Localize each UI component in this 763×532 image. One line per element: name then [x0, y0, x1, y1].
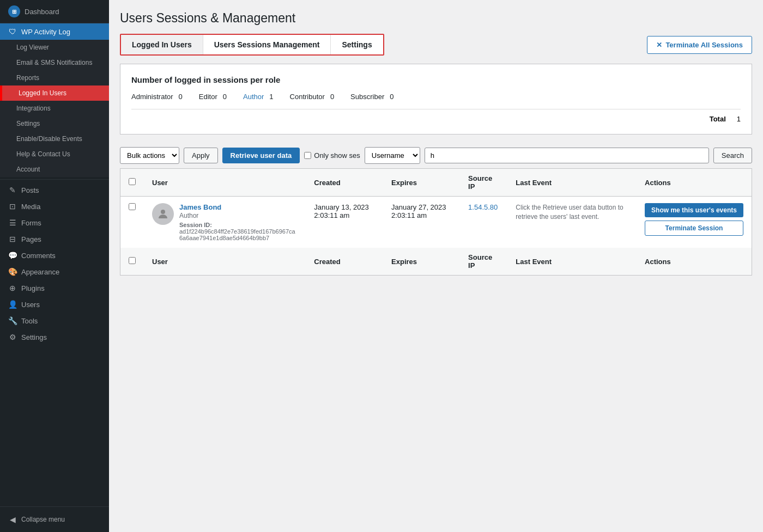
tools-label: Tools: [21, 317, 38, 325]
only-show-checkbox[interactable]: [304, 152, 311, 159]
sidebar-item-users[interactable]: 👤 Users: [0, 296, 109, 313]
role-administrator-name: Administrator: [131, 93, 173, 101]
apply-button[interactable]: Apply: [184, 148, 218, 163]
sidebar-item-reports[interactable]: Reports: [0, 70, 109, 85]
user-name-link[interactable]: James Bond: [179, 203, 221, 211]
sidebar-item-logged-in-users[interactable]: Logged In Users: [0, 85, 109, 101]
role-author-count: 1: [269, 93, 273, 101]
actions-cell: Show me this user's events Terminate Ses…: [637, 197, 752, 248]
log-viewer-label: Log Viewer: [16, 44, 49, 51]
tfoot-actions: Actions: [637, 248, 752, 276]
pages-icon: ⊟: [8, 235, 17, 243]
comments-icon: 💬: [8, 251, 17, 260]
terminate-all-sessions-button[interactable]: ✕ Terminate All Sessions: [647, 36, 752, 54]
table-row: James Bond Author Session ID: ad1f224b96…: [120, 197, 752, 248]
last-event-cell: Click the Retrieve user data button to r…: [507, 197, 637, 248]
tfoot-expires: Expires: [383, 248, 460, 276]
role-contributor-count: 0: [330, 93, 334, 101]
search-button[interactable]: Search: [713, 148, 752, 163]
sidebar-item-pages[interactable]: ⊟ Pages: [0, 231, 109, 247]
plugins-label: Plugins: [21, 284, 45, 292]
dashboard-icon: ⊞: [8, 5, 20, 17]
sidebar-item-forms[interactable]: ☰ Forms: [0, 215, 109, 231]
tfoot-source-ip: Source IP: [460, 248, 507, 276]
sidebar-bottom: ◀ Collapse menu: [0, 506, 109, 532]
bulk-actions-select[interactable]: Bulk actions: [120, 147, 179, 164]
tfoot-created: Created: [306, 248, 383, 276]
sidebar-item-integrations[interactable]: Integrations: [0, 101, 109, 116]
th-source-ip: Source IP: [460, 169, 507, 197]
page-title: Users Sessions & Management: [120, 11, 752, 26]
sidebar-item-wp-activity-log[interactable]: 🛡 WP Activity Log: [0, 23, 109, 40]
tab-settings[interactable]: Settings: [331, 35, 383, 54]
roles-grid: Administrator 0 Editor 0 Author 1 Contri…: [131, 93, 741, 101]
sidebar-item-tools[interactable]: 🔧 Tools: [0, 313, 109, 329]
forms-label: Forms: [21, 219, 41, 227]
wp-activity-log-label: WP Activity Log: [21, 28, 70, 36]
retrieve-user-data-button[interactable]: Retrieve user data: [222, 148, 300, 163]
plugins-icon: ⊕: [8, 284, 17, 292]
user-role: Author: [179, 212, 198, 219]
tfoot-checkbox: [120, 248, 144, 276]
media-label: Media: [21, 203, 40, 211]
sidebar-item-comments[interactable]: 💬 Comments: [0, 247, 109, 264]
search-by-select[interactable]: Username Email IP Address: [365, 147, 420, 164]
th-last-event: Last Event: [507, 169, 637, 197]
sidebar-item-email-sms[interactable]: Email & SMS Notifications: [0, 55, 109, 70]
sidebar-item-enable-disable[interactable]: Enable/Disable Events: [0, 131, 109, 146]
wp-activity-submenu: Log Viewer Email & SMS Notifications Rep…: [0, 40, 109, 177]
sidebar-item-settings[interactable]: ⚙ Settings: [0, 329, 109, 345]
sidebar: ⊞ Dashboard 🛡 WP Activity Log Log Viewer…: [0, 0, 109, 532]
th-expires: Expires: [383, 169, 460, 197]
settings-icon: ⚙: [8, 333, 17, 341]
role-contributor: Contributor 0: [290, 93, 335, 101]
enable-disable-label: Enable/Disable Events: [16, 135, 82, 143]
sidebar-item-posts[interactable]: ✎ Posts: [0, 182, 109, 198]
footer-select-all[interactable]: [129, 257, 136, 264]
tab-users-sessions-mgmt[interactable]: Users Sessions Management: [203, 35, 331, 54]
collapse-menu-button[interactable]: ◀ Collapse menu: [0, 511, 109, 528]
role-editor-name: Editor: [199, 93, 217, 101]
pages-label: Pages: [21, 235, 41, 243]
select-all-checkbox[interactable]: [129, 178, 136, 185]
collapse-label: Collapse menu: [21, 516, 65, 523]
terminate-session-button[interactable]: Terminate Session: [645, 221, 743, 236]
row-checkbox[interactable]: [129, 203, 136, 210]
email-sms-label: Email & SMS Notifications: [16, 59, 92, 66]
source-ip-cell: 1.54.5.80: [460, 197, 507, 248]
role-administrator-count: 0: [179, 93, 183, 101]
source-ip-link[interactable]: 1.54.5.80: [468, 203, 498, 211]
sidebar-item-media[interactable]: ⊡ Media: [0, 198, 109, 215]
sessions-total: Total1: [131, 109, 741, 123]
sidebar-item-plugins[interactable]: ⊕ Plugins: [0, 280, 109, 296]
sidebar-item-account[interactable]: Account: [0, 162, 109, 177]
toolbar: Bulk actions Apply Retrieve user data On…: [120, 143, 752, 168]
users-icon: 👤: [8, 300, 17, 309]
account-label: Account: [16, 166, 40, 173]
role-subscriber-count: 0: [390, 93, 393, 101]
role-contributor-name: Contributor: [290, 93, 325, 101]
show-events-button[interactable]: Show me this user's events: [645, 203, 743, 217]
role-author-link[interactable]: Author: [243, 93, 264, 101]
user-details: James Bond Author Session ID: ad1f224b96…: [179, 203, 298, 241]
expires-cell: January 27, 2023 2:03:11 am: [383, 197, 460, 248]
tab-logged-in-users[interactable]: Logged In Users: [121, 35, 203, 54]
posts-icon: ✎: [8, 186, 17, 194]
integrations-label: Integrations: [16, 105, 51, 112]
role-author: Author 1: [243, 93, 274, 101]
collapse-icon: ◀: [8, 515, 17, 524]
only-show-label: Only show ses: [304, 151, 360, 160]
total-label: Total: [710, 115, 726, 123]
only-show-text: Only show ses: [314, 151, 360, 160]
dashboard-label[interactable]: Dashboard: [25, 8, 59, 16]
sidebar-item-help-contact[interactable]: Help & Contact Us: [0, 146, 109, 162]
forms-icon: ☰: [8, 218, 17, 227]
search-input[interactable]: [425, 148, 709, 163]
tabs-nav: Logged In Users Users Sessions Managemen…: [120, 34, 384, 56]
sidebar-item-appearance[interactable]: 🎨 Appearance: [0, 264, 109, 280]
sidebar-item-log-viewer[interactable]: Log Viewer: [0, 40, 109, 55]
total-value: 1: [737, 115, 741, 123]
terminate-all-label: Terminate All Sessions: [665, 41, 743, 49]
sidebar-item-settings-sub[interactable]: Settings: [0, 116, 109, 131]
created-cell: January 13, 2023 2:03:11 am: [306, 197, 383, 248]
